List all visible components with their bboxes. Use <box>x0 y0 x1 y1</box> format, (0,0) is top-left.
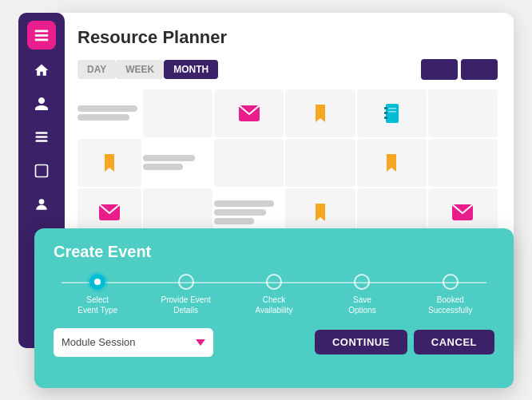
bookmark-gold-3-icon <box>380 152 403 174</box>
svg-rect-10 <box>384 107 387 109</box>
step-4-circle <box>354 274 370 290</box>
envelope-pink-icon <box>238 102 260 125</box>
bookmark-gold-2-icon <box>98 152 121 174</box>
cal-cell <box>357 139 427 187</box>
bookmark-gold-icon <box>309 102 332 125</box>
svg-rect-3 <box>36 132 48 134</box>
step-3-circle <box>266 274 282 290</box>
label-bar <box>214 200 274 207</box>
svg-rect-4 <box>36 136 48 138</box>
cal-cell <box>428 139 498 187</box>
step-1: SelectEvent Type <box>54 274 141 315</box>
dropdown-arrow-icon <box>196 339 205 346</box>
square-icon[interactable] <box>29 158 54 184</box>
stepper: SelectEvent Type Provide EventDetails Ch… <box>54 274 494 315</box>
cal-cell <box>214 89 284 137</box>
row-label-2 <box>143 139 212 187</box>
step-5: BookedSuccessfully <box>407 274 494 315</box>
person-icon[interactable] <box>29 91 54 117</box>
svg-rect-14 <box>388 111 396 113</box>
cal-next-btn[interactable] <box>461 59 498 80</box>
calendar-tabs: DAY WEEK MONTH <box>77 59 498 80</box>
cal-cell <box>77 139 141 187</box>
tab-week[interactable]: WEEK <box>116 60 164 79</box>
continue-button[interactable]: CONTINUE <box>315 330 407 354</box>
envelope-pink-3-icon <box>451 201 474 224</box>
cal-cell <box>285 139 355 187</box>
page-title: Resource Planner <box>77 27 498 48</box>
cal-cell <box>214 139 284 187</box>
tab-month[interactable]: MONTH <box>164 60 218 79</box>
dropdown-value: Module Session <box>62 336 136 348</box>
label-bar <box>143 164 183 170</box>
cal-cell <box>428 89 498 137</box>
modal-footer: Module Session CONTINUE CANCEL <box>54 328 494 357</box>
svg-rect-9 <box>386 104 399 123</box>
person2-icon[interactable] <box>29 192 54 217</box>
step-5-label: BookedSuccessfully <box>428 295 473 315</box>
row-label-1 <box>77 89 141 137</box>
svg-rect-2 <box>35 38 49 41</box>
list-icon[interactable] <box>29 125 54 150</box>
svg-rect-11 <box>384 112 387 114</box>
svg-rect-12 <box>384 117 387 119</box>
svg-rect-6 <box>36 164 48 176</box>
envelope-pink-2-icon <box>98 201 121 224</box>
label-bar <box>214 218 254 224</box>
step-2-circle <box>178 274 194 290</box>
step-4: SaveOptions <box>318 274 406 315</box>
label-bar <box>77 114 129 121</box>
step-3-label: CheckAvailability <box>255 295 292 315</box>
sidebar-logo[interactable] <box>27 21 56 50</box>
svg-point-7 <box>39 199 45 204</box>
step-2: Provide EventDetails <box>141 274 229 315</box>
step-5-circle <box>443 274 459 290</box>
bookmark-gold-4-icon <box>309 201 332 224</box>
svg-rect-13 <box>388 108 396 109</box>
svg-rect-1 <box>35 34 49 37</box>
svg-rect-5 <box>36 140 48 142</box>
step-2-label: Provide EventDetails <box>161 295 210 315</box>
modal-title: Create Event <box>54 243 494 261</box>
create-event-modal: Create Event SelectEvent Type Provide Ev… <box>34 228 514 388</box>
tab-day[interactable]: DAY <box>77 60 116 79</box>
cal-cell <box>285 89 355 137</box>
event-type-dropdown[interactable]: Module Session <box>54 328 213 357</box>
home-icon[interactable] <box>29 57 54 83</box>
cal-cell <box>143 89 212 137</box>
step-1-circle <box>89 274 105 290</box>
label-bar <box>77 105 137 112</box>
svg-rect-0 <box>35 30 49 32</box>
cal-cell <box>357 89 427 137</box>
cal-prev-btn[interactable] <box>421 59 458 80</box>
step-4-label: SaveOptions <box>348 295 375 315</box>
step-1-label: SelectEvent Type <box>77 295 117 315</box>
cancel-button[interactable]: CANCEL <box>414 330 494 354</box>
step-3: CheckAvailability <box>230 274 318 315</box>
label-bar <box>214 209 266 216</box>
label-bar <box>143 155 195 161</box>
notebook-teal-icon <box>380 102 403 125</box>
